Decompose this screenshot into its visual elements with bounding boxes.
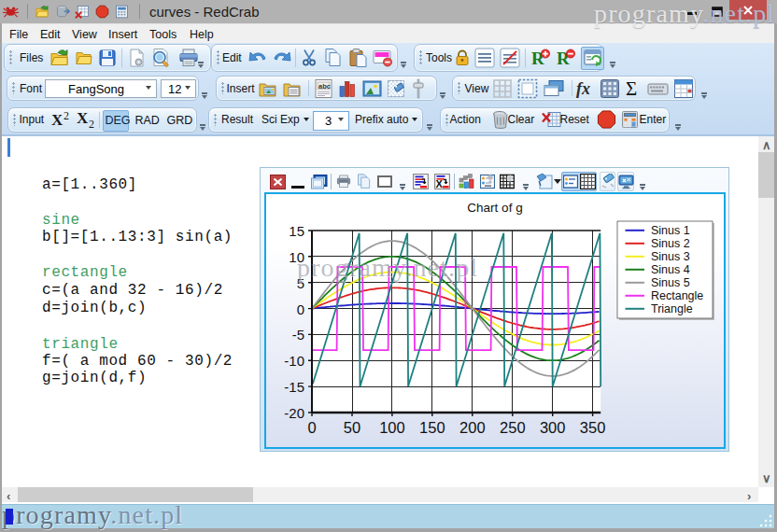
svg-text:300: 300 [540,419,566,436]
svg-text:150: 150 [419,419,445,436]
svg-text:15: 15 [289,223,304,239]
svg-text:-10: -10 [284,353,304,369]
svg-text:X: X [436,178,444,189]
svg-text:-15: -15 [284,379,304,395]
svg-text:Sinus 2: Sinus 2 [651,237,690,250]
svg-text:Triangle: Triangle [651,302,693,315]
svg-text:Sinus 4: Sinus 4 [651,263,690,276]
svg-text:200: 200 [459,419,486,436]
svg-text:-5: -5 [292,327,304,343]
svg-text:Sinus 3: Sinus 3 [651,250,690,263]
svg-text:X: X [51,111,64,129]
svg-text:50: 50 [344,419,360,436]
svg-text:fx: fx [576,79,590,98]
svg-text:abc: abc [318,82,331,91]
svg-text:Sinus 5: Sinus 5 [651,276,690,289]
svg-text:350: 350 [580,419,606,436]
svg-text:Σ: Σ [626,78,637,99]
svg-text:0: 0 [297,301,304,317]
svg-text:X: X [77,110,89,127]
svg-text:0: 0 [307,419,316,436]
svg-text:Sinus 1: Sinus 1 [651,224,690,237]
svg-text:Rectangle: Rectangle [651,289,703,302]
svg-text:2: 2 [64,110,69,122]
svg-text:-20: -20 [284,405,304,421]
svg-text:250: 250 [500,419,526,436]
svg-text:100: 100 [379,419,405,436]
svg-text:2: 2 [89,118,94,129]
